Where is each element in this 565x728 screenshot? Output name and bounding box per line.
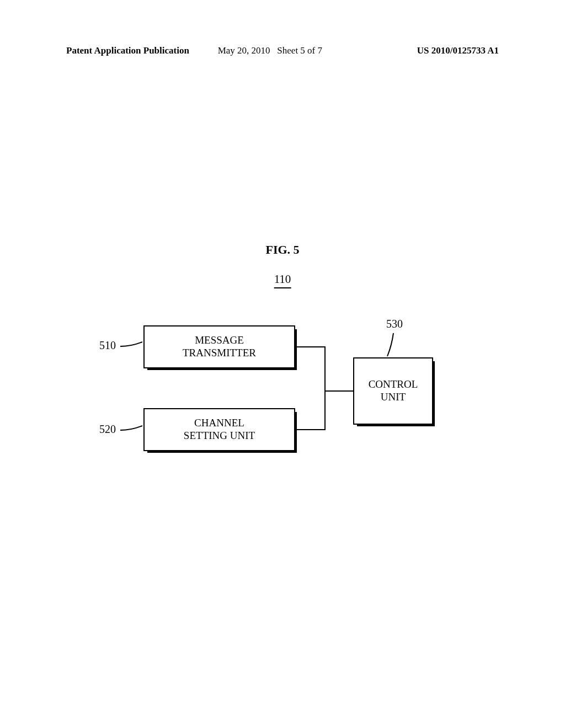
connector-junction-to-control bbox=[326, 390, 353, 392]
channel-setting-label-line1: CHANNEL bbox=[184, 417, 255, 430]
figure-reference-number: 110 bbox=[274, 272, 291, 288]
message-transmitter-block: MESSAGE TRANSMITTER bbox=[143, 325, 295, 368]
message-transmitter-label-line2: TRANSMITTER bbox=[183, 347, 256, 360]
figure-label: FIG. 5 bbox=[265, 243, 299, 257]
header-sheet: Sheet 5 of 7 bbox=[277, 45, 322, 56]
ref-number-520: 520 bbox=[99, 423, 116, 436]
control-unit-label-line1: CONTROL bbox=[369, 378, 418, 391]
page-header: Patent Application Publication May 20, 2… bbox=[0, 45, 565, 56]
header-center: May 20, 2010 Sheet 5 of 7 bbox=[207, 45, 359, 56]
channel-setting-label-line2: SETTING UNIT bbox=[184, 430, 255, 442]
header-date: May 20, 2010 bbox=[218, 45, 270, 56]
block-diagram: 510 520 530 MESSAGE TRANSMITTER CHANNEL … bbox=[0, 309, 565, 502]
ref-number-510: 510 bbox=[99, 339, 116, 352]
control-unit-label-line2: UNIT bbox=[369, 391, 418, 404]
header-publication-label: Patent Application Publication bbox=[66, 45, 207, 56]
message-transmitter-label-line1: MESSAGE bbox=[183, 334, 256, 347]
ref-number-530: 530 bbox=[386, 318, 403, 330]
connector-channel-to-junction bbox=[297, 429, 326, 430]
header-patent-number: US 2010/0125733 A1 bbox=[358, 45, 499, 56]
connector-vertical-junction bbox=[324, 346, 326, 430]
connector-message-to-junction bbox=[297, 346, 326, 347]
control-unit-block: CONTROL UNIT bbox=[353, 357, 433, 425]
channel-setting-unit-block: CHANNEL SETTING UNIT bbox=[143, 408, 295, 451]
